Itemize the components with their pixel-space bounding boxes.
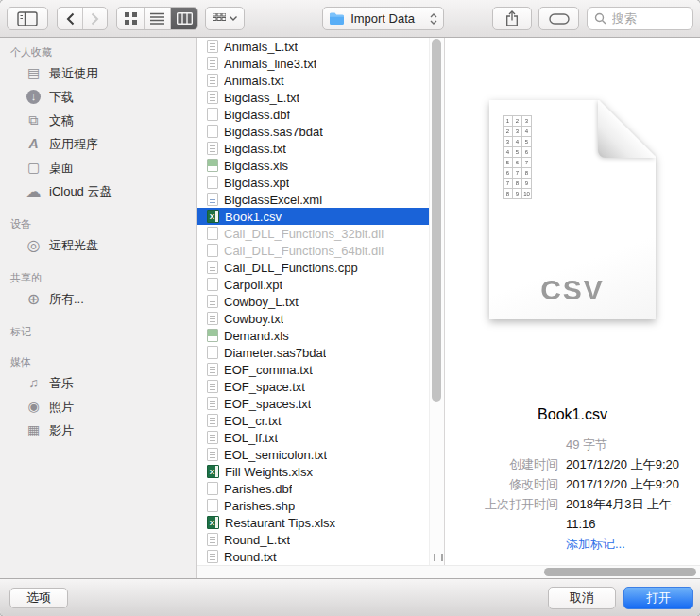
file-row[interactable]: Animals_line3.txt bbox=[197, 55, 444, 72]
file-row[interactable]: Call_DLL_Functions.cpp bbox=[197, 259, 444, 276]
sidebar-header-favorites: 个人收藏 bbox=[0, 43, 196, 61]
sidebar-item[interactable]: 最近使用 bbox=[0, 61, 196, 85]
options-button[interactable]: 选项 bbox=[9, 588, 68, 608]
vertical-scrollbar-thumb[interactable] bbox=[432, 39, 441, 402]
column-view-button[interactable] bbox=[171, 8, 197, 29]
file-name: Carpoll.xpt bbox=[224, 278, 282, 292]
meta-value: 2017/12/20 上午9:20 bbox=[566, 454, 679, 474]
icon-view-button[interactable] bbox=[117, 8, 145, 29]
file-row[interactable]: EOL_cr.txt bbox=[197, 412, 444, 429]
file-name: Animals_L.txt bbox=[224, 40, 298, 54]
sidebar-media-list: 音乐 照片 影片 bbox=[0, 371, 196, 442]
sidebar-section-devices: 设备 远程光盘 bbox=[0, 214, 196, 257]
csv-grid-cell: 4 bbox=[513, 137, 522, 147]
file-row[interactable]: Parishes.dbf bbox=[197, 480, 444, 497]
sidebar-item[interactable]: 所有... bbox=[0, 287, 196, 311]
file-row[interactable]: Animals_L.txt bbox=[197, 38, 444, 55]
sidebar-header-devices: 设备 bbox=[0, 214, 196, 233]
file-row[interactable]: Bigclass.sas7bdat bbox=[197, 123, 444, 140]
file-row[interactable]: EOF_comma.txt bbox=[197, 361, 444, 378]
meta-row: 修改时间 2017/12/20 上午9:20 bbox=[445, 474, 700, 494]
file-row[interactable]: EOL_semicolon.txt bbox=[197, 446, 444, 463]
file-row[interactable]: Animals.txt bbox=[197, 72, 444, 89]
file-row[interactable]: Round_L.txt bbox=[197, 531, 444, 548]
file-row[interactable]: Diameter.sas7bdat bbox=[197, 344, 444, 361]
sidebar-item[interactable]: 照片 bbox=[0, 395, 196, 419]
forward-button[interactable] bbox=[83, 8, 108, 29]
sidebar-item[interactable]: 远程光盘 bbox=[0, 233, 196, 257]
desktop-icon bbox=[26, 160, 42, 176]
file-icon bbox=[207, 193, 218, 206]
file-row[interactable]: Call_DLL_Functions_64bit.dll bbox=[197, 242, 444, 259]
file-row[interactable]: Restaurant Tips.xlsx bbox=[197, 514, 444, 531]
column-resize-handle[interactable] bbox=[434, 554, 443, 561]
file-icon bbox=[207, 108, 218, 121]
meta-value: 2018年4月3日 上午11:16 bbox=[566, 494, 700, 534]
file-name: BigclassExcel.xml bbox=[224, 193, 322, 207]
sidebar-item[interactable]: 音乐 bbox=[0, 371, 196, 395]
file-row[interactable]: EOF_spaces.txt bbox=[197, 395, 444, 412]
csv-grid-cell: 5 bbox=[504, 158, 513, 168]
horizontal-scrollbar[interactable] bbox=[197, 565, 700, 578]
sidebar-item-label: 下载 bbox=[49, 89, 74, 106]
file-row[interactable]: Carpoll.xpt bbox=[197, 276, 444, 293]
file-row[interactable]: Bigclass_L.txt bbox=[197, 89, 444, 106]
sidebar-header-shared: 共享的 bbox=[0, 268, 196, 287]
cancel-button[interactable]: 取消 bbox=[548, 587, 616, 609]
back-icon bbox=[66, 12, 75, 26]
file-row[interactable]: Book1.csv bbox=[197, 208, 444, 225]
file-row[interactable]: Round.txt bbox=[197, 548, 444, 565]
file-icon bbox=[207, 176, 218, 189]
file-name: Animals.txt bbox=[224, 74, 284, 88]
sidebar-item[interactable]: 桌面 bbox=[0, 156, 196, 180]
file-row[interactable]: Bigclass.dbf bbox=[197, 106, 444, 123]
file-row[interactable]: Cowboy.txt bbox=[197, 310, 444, 327]
back-button[interactable] bbox=[58, 8, 83, 29]
file-row[interactable]: Bigclass.xls bbox=[197, 157, 444, 174]
file-icon bbox=[207, 210, 219, 223]
open-button[interactable]: 打开 bbox=[623, 587, 693, 609]
file-name: Bigclass.xpt bbox=[224, 176, 289, 190]
share-button[interactable] bbox=[492, 7, 532, 30]
sidebar-item[interactable]: 文稿 bbox=[0, 109, 196, 132]
vertical-scrollbar[interactable] bbox=[429, 38, 444, 565]
sidebar-item[interactable]: 应用程序 bbox=[0, 132, 196, 156]
tags-button[interactable] bbox=[538, 7, 578, 30]
arrange-menu-button[interactable] bbox=[205, 7, 245, 30]
csv-type-label: CSV bbox=[489, 274, 656, 306]
csv-grid-cell: 1 bbox=[504, 116, 513, 127]
horizontal-scrollbar-thumb[interactable] bbox=[544, 568, 696, 576]
sidebar-item-label: 远程光盘 bbox=[49, 237, 98, 254]
file-icon bbox=[207, 312, 218, 325]
file-row[interactable]: EOF_space.txt bbox=[197, 378, 444, 395]
list-view-button[interactable] bbox=[145, 8, 172, 29]
column-view-icon bbox=[177, 12, 193, 25]
sidebar-item-label: 文稿 bbox=[49, 112, 74, 129]
file-row[interactable]: Bigclass.xpt bbox=[197, 174, 444, 191]
file-icon bbox=[207, 295, 218, 308]
file-row[interactable]: EOL_lf.txt bbox=[197, 429, 444, 446]
search-input[interactable] bbox=[610, 10, 680, 26]
file-row[interactable]: Call_DLL_Functions_32bit.dll bbox=[197, 225, 444, 242]
sidebar-item[interactable]: 影片 bbox=[0, 419, 196, 442]
file-icon bbox=[207, 142, 218, 155]
sidebar-toggle-button[interactable] bbox=[7, 7, 48, 30]
file-icon bbox=[207, 329, 218, 342]
sidebar-item[interactable]: 下载 bbox=[0, 85, 196, 109]
search-field[interactable] bbox=[587, 7, 693, 30]
file-row[interactable]: BigclassExcel.xml bbox=[197, 191, 444, 208]
file-name: Bigclass.dbf bbox=[224, 108, 290, 122]
file-icon bbox=[207, 533, 218, 546]
csv-grid-cell: 9 bbox=[522, 179, 532, 189]
file-row[interactable]: Demand.xls bbox=[197, 327, 444, 344]
file-row[interactable]: Bigclass.txt bbox=[197, 140, 444, 157]
add-tags-link[interactable]: 添加标记... bbox=[566, 534, 625, 554]
file-row[interactable]: Cowboy_L.txt bbox=[197, 293, 444, 310]
sidebar-item[interactable]: iCloud 云盘 bbox=[0, 180, 196, 203]
location-dropdown[interactable]: Import Data bbox=[322, 7, 444, 30]
file-row[interactable]: Parishes.shp bbox=[197, 497, 444, 514]
file-name: Fill Weights.xlsx bbox=[225, 465, 313, 479]
file-name: Parishes.shp bbox=[224, 499, 295, 513]
csv-grid-cell: 5 bbox=[513, 147, 522, 158]
file-row[interactable]: Fill Weights.xlsx bbox=[197, 463, 444, 480]
